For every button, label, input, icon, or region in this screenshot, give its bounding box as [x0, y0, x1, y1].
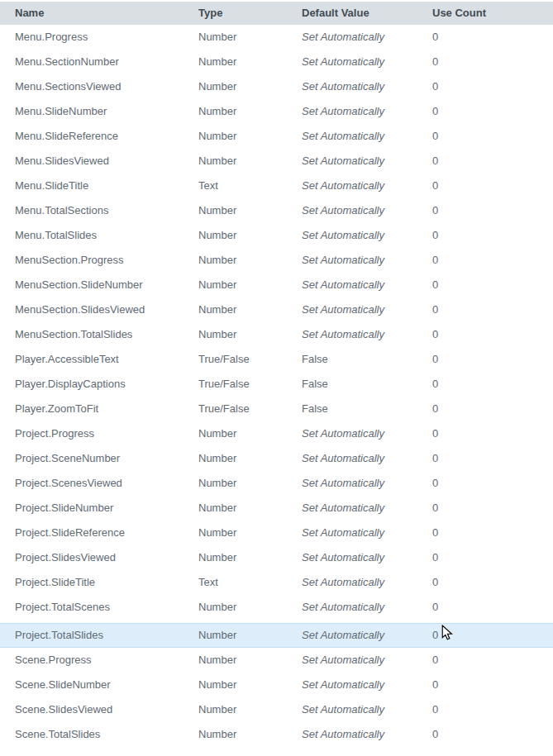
variable-name-cell: Project.SlidesViewed	[15, 545, 198, 570]
use-count-cell: 0	[432, 624, 553, 647]
variable-type-cell: Number	[198, 124, 302, 149]
table-row[interactable]: Menu.SlideNumber Number Set Automaticall…	[0, 99, 553, 124]
default-value-cell: Set Automatically	[302, 471, 432, 496]
table-row[interactable]: Project.SlideNumber Number Set Automatic…	[0, 496, 553, 521]
table-row[interactable]: Scene.SlidesViewed Number Set Automatica…	[0, 697, 553, 722]
table-row[interactable]: Menu.SlidesViewed Number Set Automatical…	[0, 149, 553, 174]
variable-type-cell: Number	[198, 624, 302, 647]
variable-type-cell: Text	[198, 570, 302, 595]
default-value-cell: Set Automatically	[302, 174, 432, 198]
variable-type-cell: Number	[198, 496, 302, 521]
variable-type-cell: Number	[198, 722, 302, 747]
use-count-cell: 0	[432, 570, 553, 595]
variable-type-cell: Number	[198, 648, 302, 673]
variable-name-cell: Menu.SlidesViewed	[15, 149, 198, 174]
default-value-cell: Set Automatically	[302, 421, 432, 446]
table-row[interactable]: Project.TotalScenes Number Set Automatic…	[0, 595, 553, 620]
variables-table: Name Type Default Value Use Count Menu.P…	[0, 2, 553, 747]
use-count-cell: 0	[432, 673, 553, 697]
table-row[interactable]: Menu.SectionsViewed Number Set Automatic…	[0, 74, 553, 99]
use-count-cell: 0	[432, 595, 553, 620]
variable-name-cell: Player.ZoomToFit	[15, 397, 198, 421]
variable-type-cell: True/False	[198, 372, 302, 397]
use-count-cell: 0	[432, 223, 553, 248]
column-header-use-count: Use Count	[432, 2, 553, 25]
use-count-cell: 0	[432, 273, 553, 297]
variable-name-cell: Project.SlideReference	[15, 521, 198, 545]
variable-type-cell: True/False	[198, 397, 302, 421]
variable-name-cell: Scene.Progress	[15, 648, 198, 673]
table-row[interactable]: Project.ScenesViewed Number Set Automati…	[0, 471, 553, 496]
table-row[interactable]: Menu.SlideReference Number Set Automatic…	[0, 124, 553, 149]
use-count-cell: 0	[432, 372, 553, 397]
default-value-cell: Set Automatically	[302, 570, 432, 595]
use-count-cell: 0	[432, 248, 553, 273]
variable-type-cell: Number	[198, 471, 302, 496]
use-count-cell: 0	[432, 521, 553, 545]
table-row[interactable]: Scene.TotalSlides Number Set Automatical…	[0, 722, 553, 747]
variable-name-cell: Project.Progress	[15, 421, 198, 446]
table-row[interactable]: Menu.SectionNumber Number Set Automatica…	[0, 50, 553, 74]
use-count-cell: 0	[432, 124, 553, 149]
default-value-cell: Set Automatically	[302, 198, 432, 223]
use-count-cell: 0	[432, 174, 553, 198]
table-row[interactable]: Project.SlidesViewed Number Set Automati…	[0, 545, 553, 570]
variable-type-cell: Number	[198, 99, 302, 124]
table-row[interactable]: MenuSection.Progress Number Set Automati…	[0, 248, 553, 273]
variable-name-cell: Menu.TotalSlides	[15, 223, 198, 248]
variable-name-cell: MenuSection.SlidesViewed	[15, 297, 198, 322]
variable-name-cell: MenuSection.TotalSlides	[15, 322, 198, 347]
use-count-cell: 0	[432, 322, 553, 347]
table-row[interactable]: Menu.TotalSlides Number Set Automaticall…	[0, 223, 553, 248]
variable-name-cell: Project.SlideNumber	[15, 496, 198, 521]
default-value-cell: Set Automatically	[302, 74, 432, 99]
table-row[interactable]: Scene.SlideNumber Number Set Automatical…	[0, 673, 553, 697]
table-row[interactable]: Player.ZoomToFit True/False False 0	[0, 397, 553, 421]
default-value-cell: Set Automatically	[302, 223, 432, 248]
default-value-cell: False	[302, 397, 432, 421]
default-value-cell: Set Automatically	[302, 673, 432, 697]
table-row[interactable]: Player.AccessibleText True/False False 0	[0, 347, 553, 372]
variable-type-cell: Number	[198, 50, 302, 74]
variables-table-header: Name Type Default Value Use Count	[0, 2, 553, 25]
variable-name-cell: Project.ScenesViewed	[15, 471, 198, 496]
table-row[interactable]: Project.SlideTitle Text Set Automaticall…	[0, 570, 553, 595]
default-value-cell: Set Automatically	[302, 248, 432, 273]
variable-type-cell: Number	[198, 545, 302, 570]
table-row[interactable]: Menu.SlideTitle Text Set Automatically 0	[0, 174, 553, 198]
use-count-cell: 0	[432, 99, 553, 124]
variable-type-cell: Text	[198, 174, 302, 198]
table-row[interactable]: Project.SceneNumber Number Set Automatic…	[0, 446, 553, 471]
default-value-cell: Set Automatically	[302, 545, 432, 570]
use-count-cell: 0	[432, 496, 553, 521]
use-count-cell: 0	[432, 74, 553, 99]
variable-name-cell: Project.SceneNumber	[15, 446, 198, 471]
use-count-cell: 0	[432, 198, 553, 223]
variable-type-cell: Number	[198, 198, 302, 223]
table-row[interactable]: Scene.Progress Number Set Automatically …	[0, 648, 553, 673]
table-row[interactable]: Project.SlideReference Number Set Automa…	[0, 521, 553, 545]
table-row[interactable]: MenuSection.SlidesViewed Number Set Auto…	[0, 297, 553, 322]
use-count-cell: 0	[432, 421, 553, 446]
variable-type-cell: Number	[198, 74, 302, 99]
variable-name-cell: Menu.SlideTitle	[15, 174, 198, 198]
default-value-cell: False	[302, 347, 432, 372]
table-row[interactable]: Project.Progress Number Set Automaticall…	[0, 421, 553, 446]
table-row[interactable]: Player.DisplayCaptions True/False False …	[0, 372, 553, 397]
default-value-cell: Set Automatically	[302, 496, 432, 521]
default-value-cell: Set Automatically	[302, 99, 432, 124]
table-row[interactable]: MenuSection.TotalSlides Number Set Autom…	[0, 322, 553, 347]
variable-name-cell: Menu.SlideReference	[15, 124, 198, 149]
table-row[interactable]: Project.TotalSlides Number Set Automatic…	[0, 623, 553, 648]
variable-type-cell: Number	[198, 521, 302, 545]
use-count-cell: 0	[432, 25, 553, 50]
table-row[interactable]: Menu.TotalSections Number Set Automatica…	[0, 198, 553, 223]
use-count-cell: 0	[432, 149, 553, 174]
variable-name-cell: Menu.TotalSections	[15, 198, 198, 223]
table-row[interactable]: Menu.Progress Number Set Automatically 0	[0, 25, 553, 50]
variable-type-cell: Number	[198, 322, 302, 347]
table-row[interactable]: MenuSection.SlideNumber Number Set Autom…	[0, 273, 553, 297]
column-header-name: Name	[15, 2, 198, 25]
use-count-cell: 0	[432, 697, 553, 722]
variable-name-cell: Menu.SlideNumber	[15, 99, 198, 124]
